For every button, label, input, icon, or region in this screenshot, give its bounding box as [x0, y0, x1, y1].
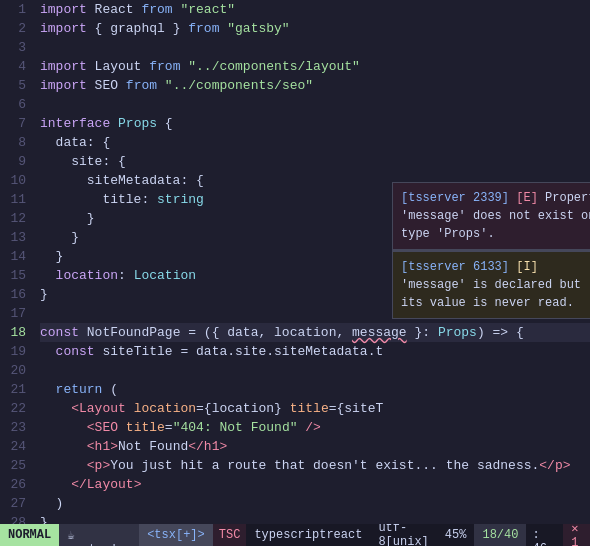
- code-line-9: site: {: [40, 152, 590, 171]
- ln-9: 9: [0, 152, 26, 171]
- ln-14: 14: [0, 247, 26, 266]
- tooltip-error-severity: [E]: [516, 191, 538, 205]
- code-container: 1 2 3 4 5 6 7 8 9 10 11 12 13 14 15 16 1…: [0, 0, 590, 524]
- ln-10: 10: [0, 171, 26, 190]
- tooltip-warning-severity: [I]: [516, 260, 538, 274]
- status-bar: NORMAL +0 ~1 -0 ☕ master! <tsx[+]> TSC t…: [0, 524, 590, 546]
- status-lsp: TSC: [213, 524, 247, 546]
- code-line-19: const siteTitle = data.site.siteMetadata…: [40, 342, 590, 361]
- code-line-6: [40, 95, 590, 114]
- ln-7: 7: [0, 114, 26, 133]
- ln-22: 22: [0, 399, 26, 418]
- status-encoding: utf-8[unix]: [370, 524, 436, 546]
- status-git: +0 ~1 -0 ☕ master!: [59, 524, 139, 546]
- ln-6: 6: [0, 95, 26, 114]
- code-line-8: data: {: [40, 133, 590, 152]
- ln-27: 27: [0, 494, 26, 513]
- code-line-26: </Layout>: [40, 475, 590, 494]
- code-line-20: [40, 361, 590, 380]
- ln-20: 20: [0, 361, 26, 380]
- ln-11: 11: [0, 190, 26, 209]
- code-content[interactable]: import React from "react" import { graph…: [32, 0, 590, 524]
- tooltip-error-box: [tsserver 2339] [E] Property 'message' d…: [392, 182, 590, 250]
- tooltip-container: [tsserver 2339] [E] Property 'message' d…: [392, 182, 590, 319]
- code-line-24: <h1>Not Found</h1>: [40, 437, 590, 456]
- ln-4: 4: [0, 57, 26, 76]
- ln-3: 3: [0, 38, 26, 57]
- code-line-27: ): [40, 494, 590, 513]
- ln-21: 21: [0, 380, 26, 399]
- code-line-22: <Layout location={location} title={siteT: [40, 399, 590, 418]
- line-numbers: 1 2 3 4 5 6 7 8 9 10 11 12 13 14 15 16 1…: [0, 0, 32, 524]
- tooltip-warning-message: 'message' is declared but its value is n…: [401, 278, 581, 310]
- ln-23: 23: [0, 418, 26, 437]
- ln-26: 26: [0, 475, 26, 494]
- tooltip-warning-box: [tsserver 6133] [I] 'message' is declare…: [392, 251, 590, 319]
- ln-15: 15: [0, 266, 26, 285]
- code-line-7: interface Props {: [40, 114, 590, 133]
- code-line-3: [40, 38, 590, 57]
- ln-5: 5: [0, 76, 26, 95]
- status-lang: typescriptreact: [246, 524, 370, 546]
- ln-18: 18: [0, 323, 26, 342]
- tooltip-warning-code: [tsserver 6133]: [401, 260, 509, 274]
- ln-8: 8: [0, 133, 26, 152]
- status-position: 18/40: [474, 524, 526, 546]
- code-line-23: <SEO title="404: Not Found" />: [40, 418, 590, 437]
- ln-12: 12: [0, 209, 26, 228]
- ln-19: 19: [0, 342, 26, 361]
- editor-area: 1 2 3 4 5 6 7 8 9 10 11 12 13 14 15 16 1…: [0, 0, 590, 524]
- ln-1: 1: [0, 0, 26, 19]
- ln-28: 28: [0, 513, 26, 524]
- status-percent: 45%: [437, 524, 475, 546]
- ln-24: 24: [0, 437, 26, 456]
- status-file: <tsx[+]>: [139, 524, 213, 546]
- code-line-18: const NotFoundPage = ({ data, location, …: [40, 323, 590, 342]
- code-line-2: import { graphql } from "gatsby": [40, 19, 590, 38]
- code-line-25: <p>You just hit a route that doesn't exi…: [40, 456, 590, 475]
- ln-13: 13: [0, 228, 26, 247]
- ln-25: 25: [0, 456, 26, 475]
- ln-2: 2: [0, 19, 26, 38]
- code-line-28: }: [40, 513, 590, 524]
- status-cursor: ln : 46: [526, 524, 563, 546]
- code-line-1: import React from "react": [40, 0, 590, 19]
- code-line-5: import SEO from "../components/seo": [40, 76, 590, 95]
- code-line-21: return (: [40, 380, 590, 399]
- tooltip-error-code: [tsserver 2339]: [401, 191, 509, 205]
- status-error-count: ✕ 1: [563, 524, 590, 546]
- ln-16: 16: [0, 285, 26, 304]
- status-mode: NORMAL: [0, 524, 59, 546]
- code-line-4: import Layout from "../components/layout…: [40, 57, 590, 76]
- ln-17: 17: [0, 304, 26, 323]
